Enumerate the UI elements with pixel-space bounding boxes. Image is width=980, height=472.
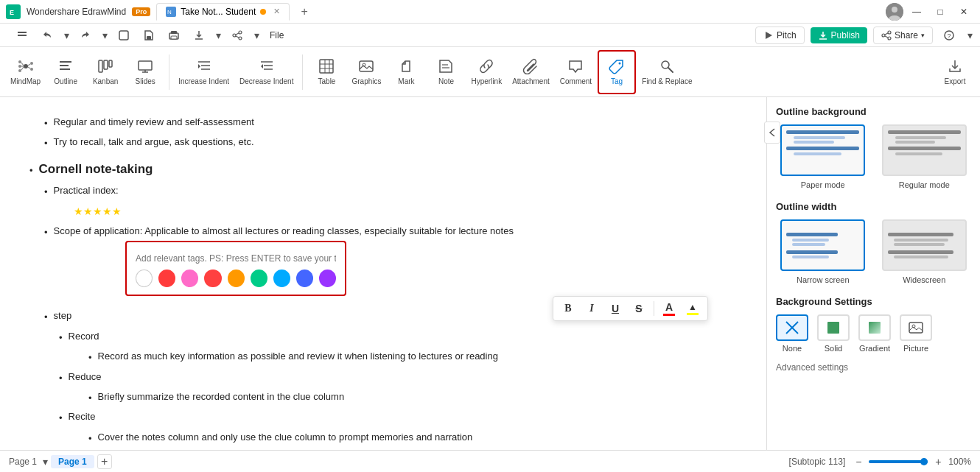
bg-solid-option[interactable]: Solid	[817, 314, 850, 353]
tag-input[interactable]	[136, 253, 336, 264]
help-button[interactable]: ?	[939, 27, 959, 44]
color-red[interactable]	[158, 270, 175, 287]
kanban-icon	[97, 58, 113, 74]
toolbar-outline[interactable]: Outline	[46, 50, 85, 94]
svg-line-25	[885, 33, 888, 35]
color-white[interactable]	[136, 270, 153, 287]
list-item: • Briefly summarize the recorded content…	[88, 388, 737, 406]
toolbar-increase-indent[interactable]: Increase Indent	[174, 50, 234, 94]
color-purple[interactable]	[319, 270, 336, 287]
bg-gradient-option[interactable]: Gradient	[858, 314, 891, 353]
bold-button[interactable]: B	[558, 299, 578, 318]
publish-button[interactable]: Publish	[811, 27, 867, 43]
highlight-button[interactable]: ▲	[682, 299, 703, 318]
underline-button[interactable]: U	[605, 299, 626, 318]
widescreen-option[interactable]: Widescreen	[878, 219, 972, 284]
help-dropdown[interactable]: ▾	[965, 27, 974, 44]
svg-rect-62	[360, 61, 373, 71]
page-dropdown-arrow[interactable]: ▾	[43, 456, 48, 468]
color-green[interactable]	[251, 270, 267, 287]
toolbar-note[interactable]: Note	[427, 50, 465, 94]
minimize-button[interactable]: —	[906, 3, 927, 21]
bg-picture-option[interactable]: Picture	[900, 314, 932, 353]
strikethrough-button[interactable]: S	[629, 299, 649, 318]
maximize-button[interactable]: □	[930, 3, 951, 21]
toolbar-attachment[interactable]: Attachment	[508, 50, 554, 94]
menubar-actions: ▾ ▾ ▾ ▾	[12, 27, 261, 44]
zoom-in-button[interactable]: +	[931, 454, 945, 469]
svg-point-23	[882, 34, 885, 37]
regular-mode-option[interactable]: Regular mode	[878, 124, 972, 189]
active-tab[interactable]: N Take Not... Student ✕	[156, 3, 290, 21]
toolbar-mark[interactable]: Mark	[387, 50, 425, 94]
add-page-button[interactable]: +	[97, 454, 112, 469]
export-quick-button[interactable]	[189, 27, 209, 44]
undo-dropdown[interactable]: ▾	[62, 27, 71, 44]
share-quick-button[interactable]	[227, 27, 248, 44]
toolbar-kanban[interactable]: Kanban	[86, 50, 125, 94]
note-icon	[438, 58, 454, 74]
toolbar-find-replace[interactable]: Find & Replace	[637, 50, 696, 94]
close-button[interactable]: ✕	[953, 3, 974, 21]
list-item-text: Practical index:	[54, 182, 119, 199]
toolbar-graphics[interactable]: Graphics	[347, 50, 385, 94]
redo-dropdown[interactable]: ▾	[100, 27, 109, 44]
share-dropdown-arrow[interactable]: ▾	[921, 32, 925, 39]
color-orange[interactable]	[228, 270, 245, 287]
color-orange-red[interactable]	[204, 270, 221, 287]
hyperlink-label: Hyperlink	[471, 77, 502, 86]
tab-close[interactable]: ✕	[273, 7, 280, 16]
tag-popup[interactable]	[125, 241, 346, 296]
toolbar-mindmap[interactable]: MindMap	[6, 50, 45, 94]
undo-button[interactable]	[37, 27, 57, 44]
zoom-out-button[interactable]: −	[851, 454, 866, 469]
find-replace-icon	[659, 58, 675, 74]
color-pink[interactable]	[181, 270, 198, 287]
svg-point-30	[18, 60, 21, 63]
share-icon	[881, 30, 892, 40]
paper-mode-option[interactable]: Paper mode	[776, 124, 870, 189]
narrow-screen-option[interactable]: Narrow screen	[776, 219, 870, 284]
toolbar-comment[interactable]: Comment	[556, 50, 596, 94]
file-menu[interactable]: File	[264, 28, 290, 43]
toolbar-table[interactable]: Table	[307, 50, 346, 94]
svg-rect-8	[18, 35, 27, 36]
avatar	[886, 3, 903, 21]
page-tab-1[interactable]: Page 1	[51, 455, 94, 468]
zoom-thumb[interactable]	[920, 458, 928, 465]
bg-none-option[interactable]: None	[776, 314, 808, 353]
add-tab-button[interactable]: +	[295, 3, 313, 21]
share-dropdown[interactable]: ▾	[252, 27, 261, 44]
color-blue[interactable]	[296, 270, 313, 287]
collapse-button[interactable]	[12, 27, 32, 44]
content-area[interactable]: • Regular and timely review and self-ass…	[0, 97, 766, 450]
increase-indent-label: Increase Indent	[178, 77, 229, 86]
zoom-slider[interactable]	[869, 460, 928, 463]
outline-width-section: Outline width Narrow screen	[776, 201, 971, 284]
stars-display: ★★★★★	[74, 202, 122, 221]
color-blue-light[interactable]	[273, 270, 290, 287]
share-button[interactable]: Share ▾	[873, 27, 933, 44]
toolbar-export[interactable]: Export	[936, 50, 974, 94]
toolbar-decrease-indent[interactable]: Decrease Indent	[235, 50, 298, 94]
bullet-point: •	[44, 183, 48, 200]
svg-line-18	[236, 33, 239, 35]
pitch-button[interactable]: Pitch	[755, 27, 805, 44]
panel-collapse-button[interactable]	[764, 121, 780, 144]
print-button[interactable]	[164, 27, 184, 44]
list-item: • Reduce	[59, 368, 737, 387]
redo-button[interactable]	[75, 27, 96, 44]
export-dropdown[interactable]: ▾	[214, 27, 223, 44]
font-color-button[interactable]: A	[659, 299, 679, 318]
attachment-icon	[522, 58, 539, 74]
svg-text:?: ?	[948, 32, 951, 40]
svg-point-24	[888, 37, 891, 40]
history-button[interactable]	[113, 27, 134, 44]
save-button[interactable]	[139, 27, 159, 44]
decrease-indent-icon	[259, 58, 275, 74]
toolbar-tag[interactable]: Tag	[598, 50, 636, 94]
italic-button[interactable]: I	[581, 299, 602, 318]
toolbar-slides[interactable]: Slides	[126, 50, 164, 94]
toolbar-hyperlink[interactable]: Hyperlink	[466, 50, 506, 94]
svg-line-39	[28, 67, 30, 68]
